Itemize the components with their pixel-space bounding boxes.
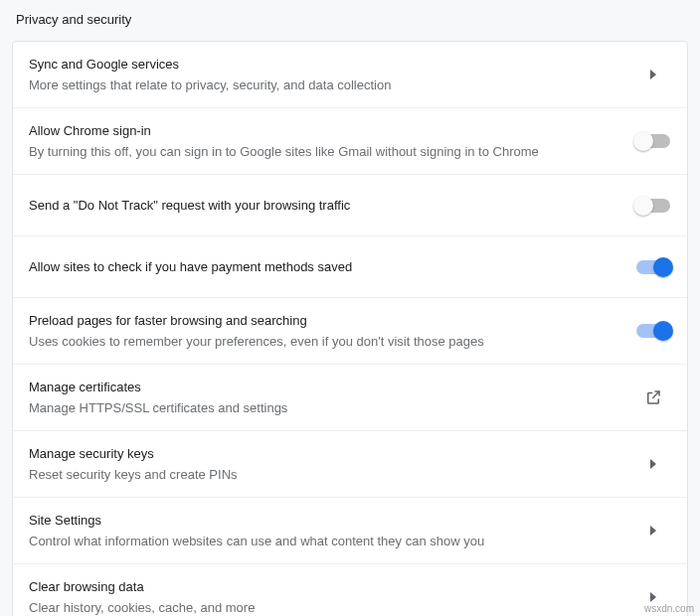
- chevron-right-icon: [650, 70, 656, 79]
- row-action: [635, 199, 671, 213]
- chevron-right-icon: [650, 459, 656, 469]
- toggle-switch[interactable]: [636, 134, 670, 148]
- toggle-knob: [633, 131, 653, 151]
- row-action: [635, 459, 671, 469]
- row-text: Allow Chrome sign-inBy turning this off,…: [29, 121, 635, 161]
- row-text: Send a "Do Not Track" request with your …: [29, 196, 635, 216]
- chevron-right-icon: [650, 592, 656, 602]
- row-text: Clear browsing dataClear history, cookie…: [29, 577, 635, 616]
- settings-row[interactable]: Manage certificatesManage HTTPS/SSL cert…: [13, 365, 687, 431]
- row-action: [635, 260, 671, 274]
- row-subtitle: Uses cookies to remember your preference…: [29, 332, 619, 352]
- settings-row: Preload pages for faster browsing and se…: [13, 298, 687, 365]
- settings-row[interactable]: Manage security keysReset security keys …: [13, 431, 687, 498]
- chevron-right-icon: [650, 526, 656, 536]
- row-text: Manage certificatesManage HTTPS/SSL cert…: [29, 378, 635, 417]
- row-title: Manage security keys: [29, 444, 619, 464]
- row-action: [635, 324, 671, 338]
- settings-row[interactable]: Sync and Google servicesMore settings th…: [13, 42, 687, 108]
- row-action: [635, 592, 671, 602]
- watermark: wsxdn.com: [644, 603, 694, 614]
- settings-card: Sync and Google servicesMore settings th…: [12, 41, 688, 616]
- row-title: Allow sites to check if you have payment…: [29, 257, 619, 277]
- row-subtitle: Clear history, cookies, cache, and more: [29, 598, 619, 617]
- row-text: Manage security keysReset security keys …: [29, 444, 635, 484]
- settings-row: Allow Chrome sign-inBy turning this off,…: [13, 108, 687, 175]
- row-subtitle: Reset security keys and create PINs: [29, 465, 619, 485]
- external-link-icon[interactable]: [644, 388, 662, 406]
- settings-row: Allow sites to check if you have payment…: [13, 236, 687, 298]
- row-text: Allow sites to check if you have payment…: [29, 257, 635, 277]
- row-action: [635, 70, 671, 79]
- row-text: Site SettingsControl what information we…: [29, 511, 635, 550]
- toggle-switch[interactable]: [636, 260, 670, 274]
- row-subtitle: Control what information websites can us…: [29, 532, 619, 551]
- row-title: Clear browsing data: [29, 577, 619, 597]
- row-title: Allow Chrome sign-in: [29, 121, 619, 141]
- row-title: Site Settings: [29, 511, 619, 531]
- row-subtitle: More settings that relate to privacy, se…: [29, 76, 619, 95]
- row-title: Send a "Do Not Track" request with your …: [29, 196, 619, 216]
- section-title: Privacy and security: [12, 10, 688, 41]
- toggle-switch[interactable]: [636, 199, 670, 213]
- row-action: [635, 526, 671, 536]
- settings-row[interactable]: Site SettingsControl what information we…: [13, 498, 687, 564]
- toggle-knob: [653, 257, 673, 277]
- toggle-switch[interactable]: [636, 324, 670, 338]
- row-subtitle: By turning this off, you can sign in to …: [29, 142, 619, 162]
- settings-row: Send a "Do Not Track" request with your …: [13, 175, 687, 236]
- row-action: [635, 134, 671, 148]
- row-title: Manage certificates: [29, 378, 619, 397]
- row-title: Sync and Google services: [29, 55, 619, 75]
- row-action[interactable]: [635, 388, 671, 406]
- row-text: Sync and Google servicesMore settings th…: [29, 55, 635, 94]
- toggle-knob: [653, 321, 673, 341]
- toggle-knob: [633, 196, 653, 216]
- row-text: Preload pages for faster browsing and se…: [29, 311, 635, 351]
- settings-row[interactable]: Clear browsing dataClear history, cookie…: [13, 564, 687, 616]
- row-title: Preload pages for faster browsing and se…: [29, 311, 619, 331]
- row-subtitle: Manage HTTPS/SSL certificates and settin…: [29, 398, 619, 418]
